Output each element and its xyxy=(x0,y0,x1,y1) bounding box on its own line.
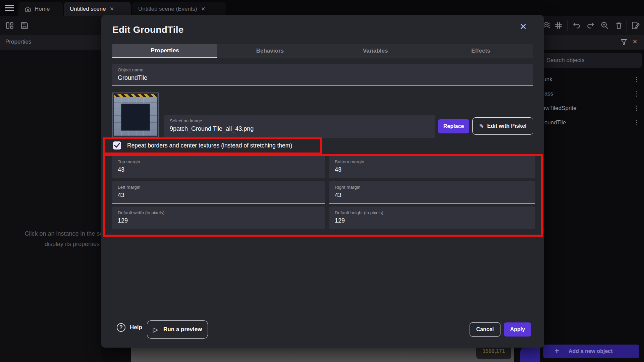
right-margin-field[interactable]: Right margin xyxy=(329,181,535,204)
dialog-title: Edit GroundTile xyxy=(112,24,183,35)
undo-icon[interactable] xyxy=(572,21,581,30)
object-list-item[interactable]: GroundTile ⋮ xyxy=(538,116,644,130)
grid-icon[interactable] xyxy=(554,21,563,30)
top-tab-bar: Home Untitled scene × Untitled scene (Ev… xyxy=(0,0,644,16)
tab-effects[interactable]: Effects xyxy=(428,44,533,58)
tab-behaviors[interactable]: Behaviors xyxy=(217,44,322,58)
panel-title: Properties xyxy=(5,39,31,45)
toolbar-divider xyxy=(568,20,568,31)
right-margin-input[interactable] xyxy=(335,192,529,199)
plus-icon: + xyxy=(554,346,559,356)
close-dialog-icon[interactable]: × xyxy=(520,20,527,32)
default-height-input[interactable] xyxy=(335,217,529,224)
edit-object-dialog: Edit GroundTile × Properties Behaviors V… xyxy=(101,15,544,348)
edit-with-piskel-button[interactable]: ✎ Edit with Piskel xyxy=(472,117,533,135)
left-margin-input[interactable] xyxy=(118,192,319,199)
image-filename-input[interactable] xyxy=(170,125,430,132)
bottom-margin-input[interactable] xyxy=(335,166,529,173)
trash-icon[interactable] xyxy=(614,21,623,30)
replace-button[interactable]: Replace xyxy=(438,119,469,133)
gdevelop-app: Home Untitled scene × Untitled scene (Ev… xyxy=(0,0,644,362)
save-icon[interactable] xyxy=(20,21,29,30)
kebab-menu-icon[interactable]: ⋮ xyxy=(633,119,640,126)
redo-icon[interactable] xyxy=(586,21,595,30)
search-objects-input[interactable] xyxy=(542,53,642,68)
home-icon xyxy=(24,6,31,12)
search-objects-box[interactable] xyxy=(542,53,642,68)
close-tab-icon[interactable]: × xyxy=(109,5,115,13)
tab-label: Untitled scene (Events) xyxy=(138,6,197,12)
tile-image-thumbnail[interactable] xyxy=(112,93,159,137)
close-tab-icon[interactable]: × xyxy=(201,5,206,13)
play-icon: ▷ xyxy=(153,325,158,334)
kebab-menu-icon[interactable]: ⋮ xyxy=(633,75,640,83)
object-list-item[interactable]: NewTiledSprite ⋮ xyxy=(538,101,644,116)
help-button[interactable]: ? Help xyxy=(117,322,142,333)
properties-panel-header: Properties xyxy=(0,35,101,50)
cancel-button[interactable]: Cancel xyxy=(470,322,500,337)
tab-properties[interactable]: Properties xyxy=(112,44,217,58)
tab-label: Home xyxy=(35,6,50,12)
tab-label: Untitled scene xyxy=(70,6,106,12)
open-editors-panel-icon[interactable] xyxy=(5,21,14,30)
kebab-menu-icon[interactable]: ⋮ xyxy=(633,90,640,98)
default-height-field[interactable]: Default height (in pixels) xyxy=(329,206,535,229)
toolbar-divider xyxy=(627,20,627,31)
checkbox-label: Repeat borders and center textures (inst… xyxy=(127,142,292,149)
tab-home[interactable]: Home xyxy=(18,2,63,16)
top-margin-input[interactable] xyxy=(118,166,319,173)
stone-frame xyxy=(114,97,157,136)
tab-variables[interactable]: Variables xyxy=(323,44,428,58)
bottom-margin-field[interactable]: Bottom margin xyxy=(329,156,535,178)
properties-panel: Properties Click on an instance in the s… xyxy=(0,35,101,362)
apply-button[interactable]: Apply xyxy=(504,322,531,337)
object-name-field[interactable]: Object name xyxy=(112,64,533,86)
default-width-field[interactable]: Default width (in pixels) xyxy=(112,206,325,229)
object-list-item[interactable]: Grass ⋮ xyxy=(538,87,644,101)
events-sheet-icon[interactable] xyxy=(631,21,640,30)
main-menu-icon[interactable] xyxy=(5,5,14,11)
object-list-item[interactable]: Trunk ⋮ xyxy=(538,72,644,87)
dialog-tab-bar: Properties Behaviors Variables Effects xyxy=(112,44,533,58)
objects-panel: × Trunk ⋮ Grass ⋮ NewTiledSprite ⋮ Groun… xyxy=(540,35,644,362)
repeat-borders-checkbox[interactable] xyxy=(113,141,121,149)
run-preview-button[interactable]: ▷ Run a preview xyxy=(147,320,208,339)
zoom-in-icon[interactable] xyxy=(600,21,609,30)
close-panel-icon[interactable]: × xyxy=(633,37,637,46)
hazard-stripe xyxy=(114,94,157,97)
add-new-object-button[interactable]: + Add a new object xyxy=(543,345,639,358)
canvas-corner-button[interactable] xyxy=(520,347,541,362)
object-name-input[interactable] xyxy=(118,74,528,81)
tab-untitled-scene[interactable]: Untitled scene × xyxy=(64,2,131,16)
top-margin-field[interactable]: Top margin xyxy=(112,156,325,178)
kebab-menu-icon[interactable]: ⋮ xyxy=(633,104,640,112)
repeat-borders-row: Repeat borders and center textures (inst… xyxy=(112,141,414,151)
objects-panel-header: × xyxy=(540,35,644,50)
pencil-icon: ✎ xyxy=(479,123,484,130)
filter-icon[interactable] xyxy=(620,38,628,46)
default-width-input[interactable] xyxy=(118,217,319,224)
tab-untitled-scene-events[interactable]: Untitled scene (Events) × xyxy=(132,2,226,16)
select-image-field[interactable]: Select an image xyxy=(164,115,435,138)
left-margin-field[interactable]: Left margin xyxy=(112,181,325,204)
question-icon: ? xyxy=(117,323,125,332)
